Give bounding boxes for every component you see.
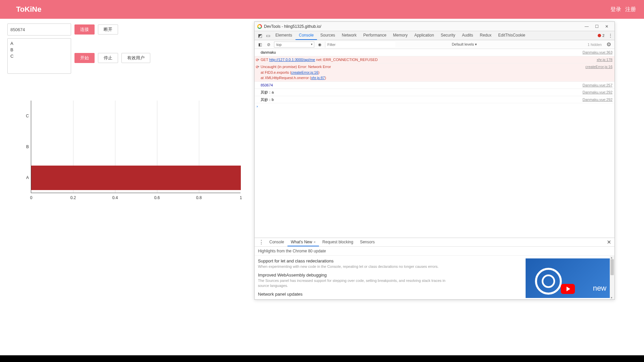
connect-button[interactable]: 连接 (74, 24, 95, 35)
valid-users-button[interactable]: 有效用户 (121, 53, 150, 63)
devtools-drawer: ⋮ ConsoleWhat's New×Request blockingSens… (255, 238, 614, 299)
x-tick: 0.6 (154, 195, 160, 200)
feature-title: Improved WebAssembly debugging (258, 273, 522, 278)
drawer-more-icon[interactable]: ⋮ (257, 239, 266, 245)
feature-title: Network panel updates (258, 292, 522, 297)
feature-desc: The Sources panel has increased support … (258, 278, 446, 288)
tab-sources[interactable]: Sources (317, 31, 338, 40)
feature-item[interactable]: Support for let and class redeclarations… (258, 258, 522, 269)
console-link[interactable]: xhr.js:87 (311, 76, 325, 80)
source-link[interactable]: Danmaku.vue:292 (579, 89, 612, 95)
maximize-icon[interactable]: ☐ (592, 23, 602, 30)
x-tick: 0.2 (70, 195, 76, 200)
console-output[interactable]: danmakuDanmaku.vue:363▸GET http://127.0.… (255, 49, 614, 238)
log-levels-select[interactable]: Default levels ▾ (452, 42, 477, 47)
bar-A (31, 166, 241, 190)
tab-memory[interactable]: Memory (390, 31, 411, 40)
console-prompt[interactable]: › (255, 103, 614, 109)
video-new-label: new (593, 284, 606, 293)
tab-console[interactable]: Console (296, 31, 317, 40)
console-row[interactable]: 850674Danmaku.vue:257 (255, 82, 614, 89)
tab-close-icon[interactable]: × (314, 240, 316, 244)
prompt-chevron-icon: › (257, 104, 258, 108)
register-link[interactable]: 注册 (625, 6, 636, 13)
x-tick: 0.8 (196, 195, 202, 200)
brand-logo[interactable]: ToKiNe (16, 5, 41, 14)
tab-audits[interactable]: Audits (459, 31, 476, 40)
tab-editthiscookie[interactable]: EditThisCookie (495, 31, 529, 40)
drawer-subtitle: Highlights from the Chrome 80 update (255, 247, 614, 256)
x-tick: 0.4 (112, 195, 118, 200)
log-textarea[interactable]: A B C (7, 38, 71, 74)
login-link[interactable]: 登录 (610, 6, 621, 13)
console-link[interactable]: http://127.0.0.1:3000/api/me (269, 58, 315, 62)
top-navbar: ToKiNe 登录 注册 (0, 0, 644, 19)
sidebar-toggle-icon[interactable]: ◧ (257, 41, 263, 48)
source-link[interactable]: Danmaku.vue:363 (579, 50, 612, 55)
expand-icon[interactable]: ▸ (258, 64, 260, 69)
start-button[interactable]: 开始 (74, 53, 95, 63)
devtools-tabs: ◩ ▭ ElementsConsoleSourcesNetworkPerform… (255, 31, 614, 40)
bar-chart: 00.20.40.60.81 ABC (21, 101, 242, 201)
x-tick: 0 (30, 195, 33, 200)
y-tick: C (21, 114, 29, 118)
console-row[interactable]: ▸Uncaught (in promise) Error: Network Er… (255, 63, 614, 82)
tab-elements[interactable]: Elements (272, 31, 296, 40)
source-link[interactable]: Danmaku.vue:257 (579, 82, 612, 88)
devtools-window: DevTools - hling51325.github.io/ — ☐ ✕ ◩… (254, 21, 615, 300)
drawer-scrollbar[interactable]: ▴ ▾ (610, 256, 614, 299)
console-filter-input[interactable] (325, 42, 395, 48)
console-row[interactable]: danmakuDanmaku.vue:363 (255, 49, 614, 56)
console-row[interactable]: 其妙：aDanmaku.vue:292 (255, 89, 614, 96)
feature-item[interactable]: Network panel updates (258, 292, 522, 297)
source-link[interactable]: createError.js:16 (581, 64, 612, 81)
drawer-tab-request-blocking[interactable]: Request blocking (319, 238, 357, 246)
console-toolbar: ◧ ⊘ top ◉ Default levels ▾ 1 hidden ⚙ (255, 40, 614, 49)
context-select[interactable]: top (274, 42, 314, 48)
devtools-title: DevTools - hling51325.github.io/ (264, 24, 321, 29)
devtools-titlebar[interactable]: DevTools - hling51325.github.io/ — ☐ ✕ (255, 22, 614, 31)
error-count-badge[interactable]: 2 (598, 31, 606, 40)
inspect-icon[interactable]: ◩ (256, 31, 264, 40)
console-row[interactable]: 其妙：bDanmaku.vue:292 (255, 96, 614, 104)
chrome-icon (257, 24, 262, 29)
room-id-input[interactable] (7, 23, 71, 36)
tab-performance[interactable]: Performance (360, 31, 390, 40)
drawer-close-icon[interactable]: ✕ (605, 239, 612, 245)
clear-console-icon[interactable]: ⊘ (265, 41, 272, 48)
console-link[interactable]: createError.js:16 (291, 70, 318, 74)
feature-item[interactable]: Improved WebAssembly debuggingThe Source… (258, 273, 522, 288)
source-link[interactable]: xhr.js:178 (593, 57, 612, 63)
close-icon[interactable]: ✕ (602, 23, 612, 30)
kebab-menu-icon[interactable]: ⋮ (606, 31, 614, 40)
x-tick: 1 (240, 195, 242, 200)
console-settings-icon[interactable]: ⚙ (605, 41, 612, 48)
drawer-tab-sensors[interactable]: Sensors (357, 238, 378, 246)
source-link[interactable]: Danmaku.vue:292 (579, 97, 612, 103)
minimize-icon[interactable]: — (582, 23, 592, 30)
drawer-tab-console[interactable]: Console (266, 238, 287, 246)
y-tick: B (21, 144, 29, 149)
play-icon[interactable] (561, 284, 575, 294)
disconnect-button[interactable]: 断开 (98, 24, 118, 35)
expand-icon[interactable]: ▸ (258, 57, 260, 62)
tab-security[interactable]: Security (437, 31, 459, 40)
feature-desc: When experimenting with new code in the … (258, 264, 446, 269)
feature-title: Support for let and class redeclarations (258, 258, 522, 263)
error-dot-icon (598, 34, 601, 37)
whatsnew-video-thumb[interactable]: new (526, 258, 611, 298)
drawer-tab-what-s-new[interactable]: What's New× (287, 238, 319, 246)
tab-redux[interactable]: Redux (477, 31, 495, 40)
device-icon[interactable]: ▭ (264, 31, 272, 40)
tab-application[interactable]: Application (411, 31, 437, 40)
hidden-count: 1 hidden (588, 43, 603, 47)
stop-button[interactable]: 停止 (98, 53, 118, 63)
live-expr-icon[interactable]: ◉ (316, 41, 323, 48)
drawer-tabs: ⋮ ConsoleWhat's New×Request blockingSens… (255, 238, 614, 247)
console-input[interactable] (260, 104, 612, 108)
scrollbar-thumb[interactable] (610, 259, 614, 275)
y-tick: A (21, 175, 29, 180)
console-row[interactable]: ▸GET http://127.0.0.1:3000/api/me net::E… (255, 56, 614, 64)
tab-network[interactable]: Network (338, 31, 360, 40)
